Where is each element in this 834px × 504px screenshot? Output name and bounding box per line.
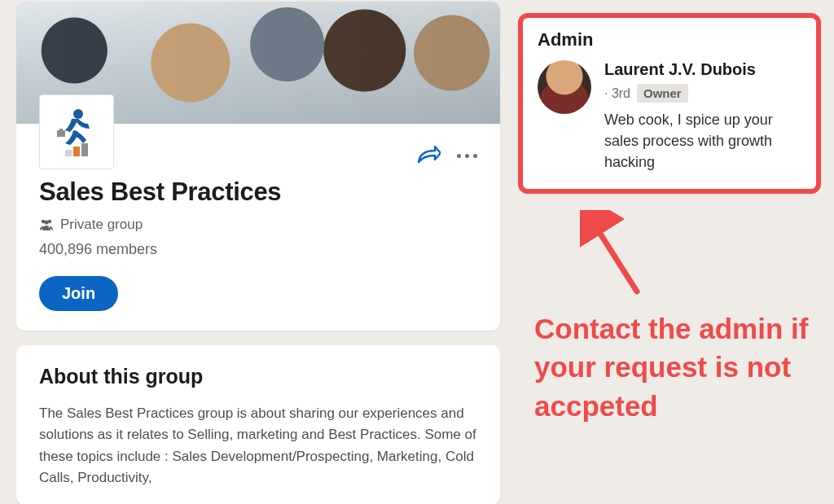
admin-avatar[interactable] (538, 60, 591, 114)
svg-rect-3 (65, 150, 72, 156)
svg-rect-5 (81, 143, 88, 156)
svg-point-0 (73, 109, 83, 119)
admin-bio: Web cook, I spice up your sales process … (604, 109, 801, 173)
privacy-row: Private group (39, 217, 477, 233)
group-logo-icon (50, 106, 103, 158)
svg-point-8 (44, 220, 48, 224)
share-icon[interactable] (416, 146, 441, 165)
group-title: Sales Best Practices (39, 177, 477, 207)
group-logo (39, 94, 114, 169)
about-heading: About this group (39, 365, 477, 388)
admin-name[interactable]: Laurent J.V. Dubois (604, 60, 801, 79)
about-card: About this group The Sales Best Practice… (16, 345, 500, 504)
more-icon[interactable] (457, 154, 477, 158)
role-tag: Owner (637, 84, 688, 103)
members-count: 400,896 members (39, 241, 477, 258)
annotation-callout: Contact the admin if your request is not… (534, 309, 819, 425)
admin-heading: Admin (538, 29, 801, 50)
group-card: Sales Best Practices Private group 400,8… (16, 2, 500, 331)
svg-rect-4 (73, 147, 80, 156)
connection-degree: · 3rd (604, 86, 630, 101)
svg-rect-1 (57, 130, 65, 137)
admin-card: Admin Laurent J.V. Dubois · 3rd Owner We… (518, 13, 821, 194)
about-text: The Sales Best Practices group is about … (39, 403, 477, 489)
annotation-arrow-icon (580, 210, 653, 300)
people-icon (39, 218, 54, 231)
admin-row[interactable]: Laurent J.V. Dubois · 3rd Owner Web cook… (538, 60, 801, 173)
join-button[interactable]: Join (39, 276, 118, 311)
privacy-label: Private group (60, 217, 143, 233)
svg-rect-2 (59, 129, 63, 131)
